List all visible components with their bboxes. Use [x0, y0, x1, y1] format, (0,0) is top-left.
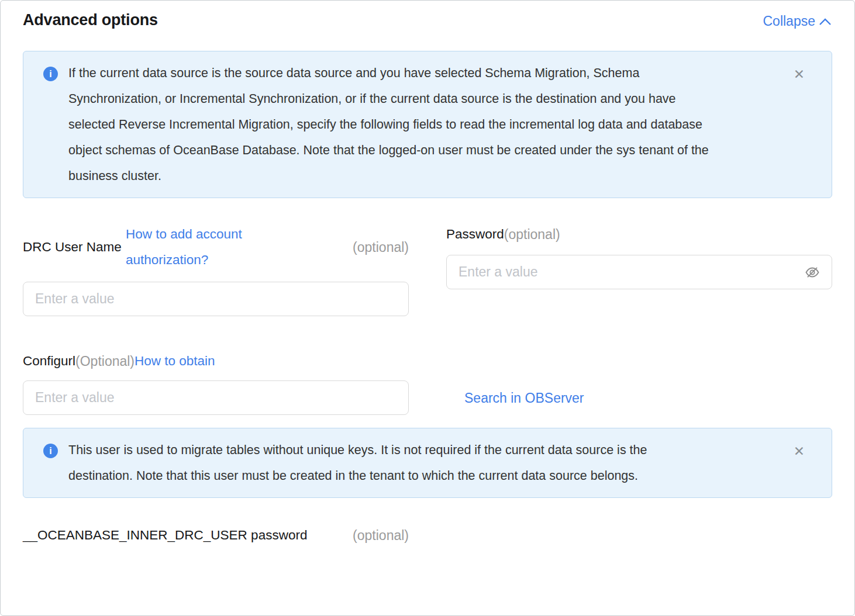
- drc-user-optional-tag: (optional): [353, 234, 409, 260]
- how-to-obtain-link[interactable]: How to obtain: [135, 348, 215, 374]
- password-label-row: Password (optional): [446, 222, 832, 247]
- search-in-obserrver-link[interactable]: Search in OBServer: [464, 390, 832, 406]
- configurl-label-row: Configurl (Optional) How to obtain: [23, 348, 409, 374]
- configurl-optional-tag: (Optional): [75, 348, 135, 374]
- eye-invisible-icon: [804, 264, 820, 281]
- configurl-input[interactable]: [23, 380, 409, 415]
- drc-user-field: DRC User Name How to add account authori…: [23, 222, 409, 316]
- panel-header: Advanced options Collapse: [23, 11, 832, 38]
- close-icon[interactable]: ✕: [794, 445, 805, 458]
- collapse-label: Collapse: [763, 13, 816, 29]
- password-visibility-toggle[interactable]: [804, 264, 820, 281]
- password-field: Password (optional): [446, 222, 832, 316]
- alert-text: This user is used to migrate tables with…: [68, 437, 712, 489]
- close-icon[interactable]: ✕: [794, 68, 805, 81]
- info-icon: i: [43, 444, 58, 458]
- drc-user-input[interactable]: [23, 282, 409, 316]
- info-alert-incremental-log: i If the current data source is the sour…: [23, 51, 832, 198]
- chevron-up-icon: [818, 17, 832, 26]
- password-optional-tag: (optional): [504, 222, 560, 247]
- drc-user-label: DRC User Name: [23, 234, 126, 260]
- password-label: Password: [446, 222, 504, 247]
- alert-text: If the current data source is the source…: [68, 60, 712, 189]
- inner-drc-user-optional-tag: (optional): [353, 522, 409, 548]
- form-row-user-password: DRC User Name How to add account authori…: [23, 222, 832, 316]
- password-input-wrap: [446, 255, 832, 289]
- advanced-options-panel: Advanced options Collapse i If the curre…: [0, 0, 855, 616]
- form-row-configurl: Configurl (Optional) How to obtain Searc…: [23, 348, 832, 415]
- info-icon: i: [43, 67, 58, 81]
- collapse-button[interactable]: Collapse: [763, 13, 833, 29]
- configurl-field: Configurl (Optional) How to obtain: [23, 348, 409, 415]
- configurl-label: Configurl: [23, 348, 75, 374]
- info-alert-unique-keys: i This user is used to migrate tables wi…: [23, 428, 832, 498]
- password-input[interactable]: [446, 255, 832, 289]
- drc-user-label-row: DRC User Name How to add account authori…: [23, 222, 409, 273]
- search-obserrver-col: Search in OBServer: [446, 348, 832, 415]
- inner-drc-user-password-label: __OCEANBASE_INNER_DRC_USER password: [23, 522, 307, 548]
- page-title: Advanced options: [23, 11, 158, 29]
- inner-drc-user-password-field: __OCEANBASE_INNER_DRC_USER password (opt…: [23, 522, 409, 548]
- account-authorization-help-link[interactable]: How to add account authorization?: [126, 222, 292, 273]
